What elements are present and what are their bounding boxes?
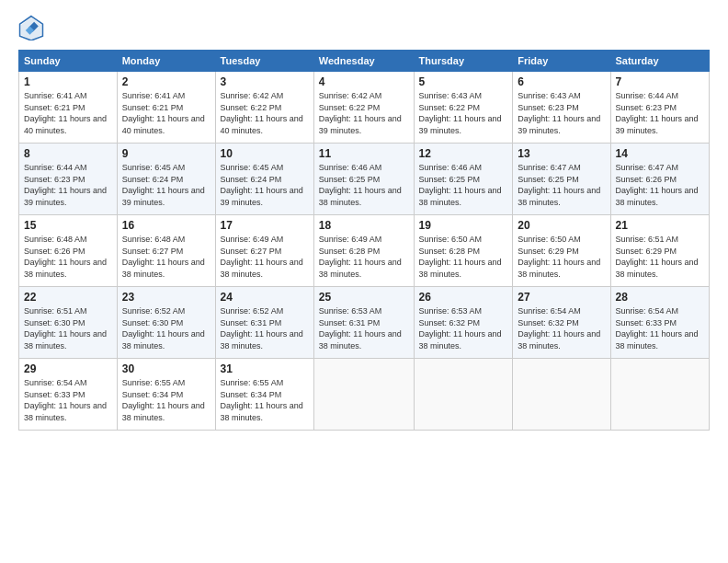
day-number: 21 <box>616 219 705 232</box>
day-info: Sunrise: 6:52 AM Sunset: 6:30 PM Dayligh… <box>122 305 210 351</box>
day-header: Monday <box>117 51 215 72</box>
day-number: 9 <box>122 147 210 160</box>
day-header: Tuesday <box>215 51 313 72</box>
calendar-week: 15Sunrise: 6:48 AM Sunset: 6:26 PM Dayli… <box>19 215 710 287</box>
day-number: 28 <box>616 291 705 304</box>
day-number: 12 <box>419 147 508 160</box>
calendar-cell: 23Sunrise: 6:52 AM Sunset: 6:30 PM Dayli… <box>117 287 215 359</box>
calendar-cell: 8Sunrise: 6:44 AM Sunset: 6:23 PM Daylig… <box>19 144 118 215</box>
day-header: Sunday <box>19 51 118 72</box>
calendar-cell: 30Sunrise: 6:55 AM Sunset: 6:34 PM Dayli… <box>117 359 215 431</box>
calendar-cell: 4Sunrise: 6:42 AM Sunset: 6:22 PM Daylig… <box>313 72 414 144</box>
day-info: Sunrise: 6:46 AM Sunset: 6:25 PM Dayligh… <box>319 162 409 208</box>
calendar-week: 8Sunrise: 6:44 AM Sunset: 6:23 PM Daylig… <box>19 144 710 215</box>
calendar-cell: 24Sunrise: 6:52 AM Sunset: 6:31 PM Dayli… <box>215 287 313 359</box>
day-number: 8 <box>24 147 112 160</box>
calendar-cell: 25Sunrise: 6:53 AM Sunset: 6:31 PM Dayli… <box>313 287 414 359</box>
page: SundayMondayTuesdayWednesdayThursdayFrid… <box>0 0 728 563</box>
calendar-cell <box>513 359 610 431</box>
day-info: Sunrise: 6:48 AM Sunset: 6:27 PM Dayligh… <box>122 234 210 280</box>
day-number: 16 <box>122 219 210 232</box>
day-number: 5 <box>419 75 508 88</box>
day-header: Thursday <box>414 51 513 72</box>
day-number: 25 <box>319 291 409 304</box>
calendar-cell: 19Sunrise: 6:50 AM Sunset: 6:28 PM Dayli… <box>414 215 513 287</box>
day-number: 13 <box>518 147 605 160</box>
logo <box>18 15 48 40</box>
calendar-cell: 13Sunrise: 6:47 AM Sunset: 6:25 PM Dayli… <box>513 144 610 215</box>
day-info: Sunrise: 6:47 AM Sunset: 6:26 PM Dayligh… <box>616 162 705 208</box>
day-number: 7 <box>616 75 705 88</box>
calendar-cell: 6Sunrise: 6:43 AM Sunset: 6:23 PM Daylig… <box>513 72 610 144</box>
calendar-cell: 28Sunrise: 6:54 AM Sunset: 6:33 PM Dayli… <box>610 287 710 359</box>
day-number: 31 <box>221 362 309 375</box>
day-info: Sunrise: 6:49 AM Sunset: 6:27 PM Dayligh… <box>221 234 309 280</box>
logo-icon <box>18 15 44 40</box>
day-number: 26 <box>419 291 508 304</box>
calendar-cell: 15Sunrise: 6:48 AM Sunset: 6:26 PM Dayli… <box>19 215 118 287</box>
day-number: 29 <box>24 362 112 375</box>
day-info: Sunrise: 6:51 AM Sunset: 6:29 PM Dayligh… <box>616 234 705 280</box>
day-number: 17 <box>221 219 309 232</box>
day-number: 30 <box>122 362 210 375</box>
calendar-cell: 14Sunrise: 6:47 AM Sunset: 6:26 PM Dayli… <box>610 144 710 215</box>
calendar: SundayMondayTuesdayWednesdayThursdayFrid… <box>18 50 710 431</box>
day-info: Sunrise: 6:53 AM Sunset: 6:31 PM Dayligh… <box>319 305 409 351</box>
day-info: Sunrise: 6:48 AM Sunset: 6:26 PM Dayligh… <box>24 234 112 280</box>
calendar-cell <box>414 359 513 431</box>
day-number: 24 <box>221 291 309 304</box>
day-info: Sunrise: 6:50 AM Sunset: 6:28 PM Dayligh… <box>419 234 508 280</box>
calendar-cell: 3Sunrise: 6:42 AM Sunset: 6:22 PM Daylig… <box>215 72 313 144</box>
day-number: 14 <box>616 147 705 160</box>
day-info: Sunrise: 6:50 AM Sunset: 6:29 PM Dayligh… <box>518 234 605 280</box>
day-info: Sunrise: 6:43 AM Sunset: 6:23 PM Dayligh… <box>518 90 605 136</box>
day-header: Friday <box>513 51 610 72</box>
day-number: 19 <box>419 219 508 232</box>
day-info: Sunrise: 6:45 AM Sunset: 6:24 PM Dayligh… <box>221 162 309 208</box>
day-info: Sunrise: 6:53 AM Sunset: 6:32 PM Dayligh… <box>419 305 508 351</box>
day-number: 2 <box>122 75 210 88</box>
calendar-cell: 31Sunrise: 6:55 AM Sunset: 6:34 PM Dayli… <box>215 359 313 431</box>
calendar-cell: 27Sunrise: 6:54 AM Sunset: 6:32 PM Dayli… <box>513 287 610 359</box>
day-info: Sunrise: 6:42 AM Sunset: 6:22 PM Dayligh… <box>319 90 409 136</box>
calendar-cell: 9Sunrise: 6:45 AM Sunset: 6:24 PM Daylig… <box>117 144 215 215</box>
day-info: Sunrise: 6:54 AM Sunset: 6:32 PM Dayligh… <box>518 305 605 351</box>
day-number: 22 <box>24 291 112 304</box>
calendar-cell: 10Sunrise: 6:45 AM Sunset: 6:24 PM Dayli… <box>215 144 313 215</box>
calendar-cell: 16Sunrise: 6:48 AM Sunset: 6:27 PM Dayli… <box>117 215 215 287</box>
calendar-cell: 11Sunrise: 6:46 AM Sunset: 6:25 PM Dayli… <box>313 144 414 215</box>
day-number: 11 <box>319 147 409 160</box>
day-info: Sunrise: 6:46 AM Sunset: 6:25 PM Dayligh… <box>419 162 508 208</box>
calendar-cell <box>610 359 710 431</box>
day-info: Sunrise: 6:52 AM Sunset: 6:31 PM Dayligh… <box>221 305 309 351</box>
day-info: Sunrise: 6:54 AM Sunset: 6:33 PM Dayligh… <box>616 305 705 351</box>
day-number: 15 <box>24 219 112 232</box>
day-number: 4 <box>319 75 409 88</box>
calendar-cell <box>313 359 414 431</box>
day-info: Sunrise: 6:47 AM Sunset: 6:25 PM Dayligh… <box>518 162 605 208</box>
day-info: Sunrise: 6:44 AM Sunset: 6:23 PM Dayligh… <box>24 162 112 208</box>
calendar-cell: 5Sunrise: 6:43 AM Sunset: 6:22 PM Daylig… <box>414 72 513 144</box>
calendar-cell: 12Sunrise: 6:46 AM Sunset: 6:25 PM Dayli… <box>414 144 513 215</box>
calendar-cell: 17Sunrise: 6:49 AM Sunset: 6:27 PM Dayli… <box>215 215 313 287</box>
day-info: Sunrise: 6:54 AM Sunset: 6:33 PM Dayligh… <box>24 377 112 423</box>
day-info: Sunrise: 6:51 AM Sunset: 6:30 PM Dayligh… <box>24 305 112 351</box>
day-info: Sunrise: 6:45 AM Sunset: 6:24 PM Dayligh… <box>122 162 210 208</box>
day-number: 23 <box>122 291 210 304</box>
calendar-cell: 29Sunrise: 6:54 AM Sunset: 6:33 PM Dayli… <box>19 359 118 431</box>
day-info: Sunrise: 6:49 AM Sunset: 6:28 PM Dayligh… <box>319 234 409 280</box>
day-info: Sunrise: 6:42 AM Sunset: 6:22 PM Dayligh… <box>221 90 309 136</box>
header <box>18 15 710 40</box>
day-info: Sunrise: 6:44 AM Sunset: 6:23 PM Dayligh… <box>616 90 705 136</box>
calendar-week: 1Sunrise: 6:41 AM Sunset: 6:21 PM Daylig… <box>19 72 710 144</box>
day-number: 6 <box>518 75 605 88</box>
day-info: Sunrise: 6:43 AM Sunset: 6:22 PM Dayligh… <box>419 90 508 136</box>
day-number: 27 <box>518 291 605 304</box>
calendar-cell: 2Sunrise: 6:41 AM Sunset: 6:21 PM Daylig… <box>117 72 215 144</box>
calendar-cell: 21Sunrise: 6:51 AM Sunset: 6:29 PM Dayli… <box>610 215 710 287</box>
day-number: 3 <box>221 75 309 88</box>
calendar-cell: 7Sunrise: 6:44 AM Sunset: 6:23 PM Daylig… <box>610 72 710 144</box>
day-number: 1 <box>24 75 112 88</box>
day-number: 20 <box>518 219 605 232</box>
day-info: Sunrise: 6:41 AM Sunset: 6:21 PM Dayligh… <box>122 90 210 136</box>
